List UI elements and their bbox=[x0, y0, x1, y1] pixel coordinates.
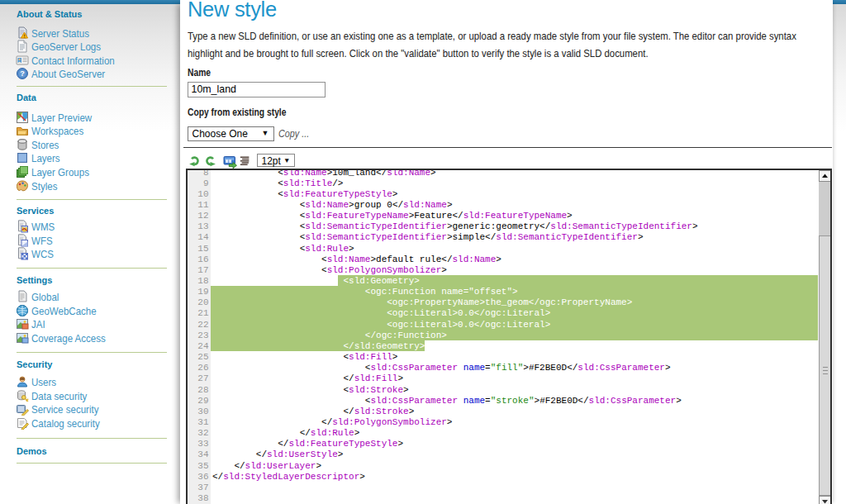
svg-text:?: ? bbox=[20, 70, 25, 78]
